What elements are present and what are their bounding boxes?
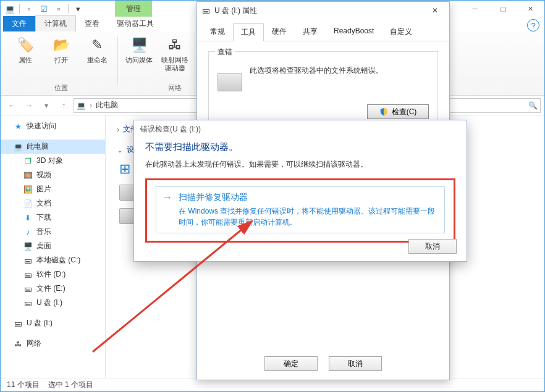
mapdrive-icon: 🖧 bbox=[165, 35, 185, 55]
group-label-network: 网络 bbox=[168, 82, 182, 95]
chevron-down-icon: ⌄ bbox=[117, 146, 123, 154]
drive-large-icon bbox=[218, 73, 242, 91]
error-check-heading: 不需要扫描此驱动器。 bbox=[145, 141, 455, 153]
cube-icon: ❒ bbox=[23, 157, 33, 165]
music-icon: ♪ bbox=[23, 228, 33, 236]
properties-footer: 确定 取消 bbox=[197, 356, 449, 371]
usb-icon: 🖴 bbox=[23, 299, 33, 307]
back-button[interactable]: ← bbox=[4, 98, 19, 113]
windows-drive-icon: ⊞ bbox=[119, 161, 130, 177]
properties-title-text: U 盘 (I:) 属性 bbox=[214, 6, 257, 16]
qat-overflow[interactable]: ▾ bbox=[71, 2, 85, 15]
pc-icon: 💻 bbox=[13, 143, 23, 151]
star-icon: ★ bbox=[13, 122, 23, 131]
scan-option[interactable]: → 扫描并修复驱动器 在 Windows 查找并修复任何错误时，将不能使用驱动器… bbox=[156, 186, 445, 233]
quick-access[interactable]: ★快速访问 bbox=[1, 119, 105, 133]
nav-desktop[interactable]: 🖥️桌面 bbox=[1, 239, 105, 253]
drive-icon: 🖴 bbox=[23, 285, 33, 293]
ptab-hardware[interactable]: 硬件 bbox=[264, 23, 295, 41]
forward-button[interactable]: → bbox=[22, 98, 36, 113]
nav-udisk2[interactable]: 🖴U 盘 (I:) bbox=[1, 316, 105, 330]
rename-button[interactable]: ✎重命名 bbox=[81, 35, 113, 64]
nav-downloads[interactable]: ⬇下载 bbox=[1, 211, 105, 225]
help-button[interactable]: ? bbox=[527, 19, 539, 31]
map-drive-button[interactable]: 🖧映射网络驱动器 bbox=[159, 35, 191, 72]
open-button[interactable]: 📂打开 bbox=[45, 35, 77, 64]
crumb-sep: › bbox=[90, 101, 92, 110]
breadcrumb[interactable]: 此电脑 bbox=[96, 100, 118, 111]
arrow-right-icon: → bbox=[163, 192, 172, 203]
search-icon: 🔍 bbox=[528, 101, 538, 110]
group-label-location: 位置 bbox=[54, 82, 68, 95]
pc-small-icon: 💻 bbox=[77, 101, 86, 110]
context-tab-label[interactable]: 管理 bbox=[115, 1, 152, 17]
this-pc[interactable]: 💻此电脑 bbox=[1, 140, 105, 154]
error-check-titlebar: 错误检查(U 盘 (I:)) bbox=[134, 120, 467, 138]
quick-access-toolbar: 💻 ▫ ☑ ▫ ▾ bbox=[3, 2, 85, 15]
qat-btn-2[interactable]: ☑ bbox=[37, 2, 51, 15]
desktop-icon: 🖥️ bbox=[23, 242, 33, 251]
error-check-dialog: 错误检查(U 盘 (I:)) 不需要扫描此驱动器。 在此驱动器上未发现任何错误。… bbox=[133, 120, 467, 262]
nav-drive-i[interactable]: 🖴U 盘 (I:) bbox=[1, 296, 105, 310]
nav-drive-e[interactable]: 🖴文件 (E:) bbox=[1, 281, 105, 296]
drive-small-icon: 🖴 bbox=[202, 6, 209, 15]
minimize-button[interactable]: ─ bbox=[461, 1, 489, 17]
shield-icon bbox=[379, 107, 388, 116]
media-icon: 🖥️ bbox=[129, 35, 149, 55]
usb-icon: 🖴 bbox=[13, 319, 23, 328]
properties-button[interactable]: 🏷️属性 bbox=[9, 35, 41, 64]
scan-option-title: 扫描并修复驱动器 bbox=[179, 192, 438, 203]
error-check-cancel-button[interactable]: 取消 bbox=[408, 239, 457, 254]
nav-3d[interactable]: ❒3D 对象 bbox=[1, 154, 105, 168]
up-button[interactable]: ↑ bbox=[56, 98, 71, 113]
doc-icon: 📄 bbox=[23, 199, 33, 208]
maximize-button[interactable]: ▢ bbox=[489, 1, 517, 17]
download-icon: ⬇ bbox=[23, 214, 33, 222]
check-description: 此选项将检查驱动器中的文件系统错误。 bbox=[250, 65, 429, 76]
access-media-button[interactable]: 🖥️访问媒体 bbox=[123, 35, 155, 64]
errorcheck-fieldset: 查错 此选项将检查驱动器中的文件系统错误。 检查(C) bbox=[208, 51, 438, 131]
properties-titlebar: 🖴 U 盘 (I:) 属性 ✕ bbox=[197, 2, 449, 19]
fieldset-legend: 查错 bbox=[215, 47, 235, 57]
tab-computer[interactable]: 计算机 bbox=[35, 15, 76, 31]
error-check-subtext: 在此驱动器上未发现任何错误。如果需要，可以继续扫描该驱动器。 bbox=[145, 159, 455, 170]
drive-icon: 🖴 bbox=[23, 270, 33, 279]
drive-icon: 🖴 bbox=[23, 256, 33, 265]
open-icon: 📂 bbox=[51, 35, 71, 55]
nav-documents[interactable]: 📄文档 bbox=[1, 196, 105, 211]
window-controls: ─ ▢ ✕ bbox=[461, 1, 544, 17]
props-ok-button[interactable]: 确定 bbox=[264, 356, 318, 371]
nav-music[interactable]: ♪音乐 bbox=[1, 225, 105, 239]
ptab-tools[interactable]: 工具 bbox=[233, 23, 264, 41]
qat-btn-1[interactable]: ▫ bbox=[22, 2, 36, 15]
picture-icon: 🖼️ bbox=[23, 185, 33, 194]
nav-pictures[interactable]: 🖼️图片 bbox=[1, 182, 105, 196]
nav-drive-c[interactable]: 🖴本地磁盘 (C:) bbox=[1, 253, 105, 267]
close-button[interactable]: ✕ bbox=[517, 1, 544, 17]
ptab-general[interactable]: 常规 bbox=[202, 23, 233, 41]
tab-file[interactable]: 文件 bbox=[3, 16, 35, 31]
ptab-custom[interactable]: 自定义 bbox=[382, 23, 420, 41]
recent-dropdown[interactable]: ▾ bbox=[39, 98, 54, 113]
ptab-readyboost[interactable]: ReadyBoost bbox=[326, 23, 382, 41]
network-icon: 🖧 bbox=[13, 340, 23, 348]
tab-drivetools[interactable]: 驱动器工具 bbox=[108, 16, 163, 31]
scan-option-desc: 在 Windows 查找并修复任何错误时，将不能使用驱动器。该过程可能需要一段时… bbox=[179, 206, 438, 228]
nav-drive-d[interactable]: 🖴软件 (D:) bbox=[1, 267, 105, 281]
properties-close-button[interactable]: ✕ bbox=[426, 6, 444, 15]
nav-videos[interactable]: 🎞️视频 bbox=[1, 168, 105, 182]
qat-btn-3[interactable]: ▫ bbox=[52, 2, 65, 15]
pc-icon: 💻 bbox=[3, 2, 17, 15]
ptab-sharing[interactable]: 共享 bbox=[295, 23, 326, 41]
scan-highlight-box: → 扫描并修复驱动器 在 Windows 查找并修复任何错误时，将不能使用驱动器… bbox=[145, 178, 455, 243]
tab-view[interactable]: 查看 bbox=[76, 16, 108, 31]
nav-network[interactable]: 🖧网络 bbox=[1, 336, 105, 351]
selection-count: 选中 1 个项目 bbox=[48, 380, 93, 390]
properties-tabs: 常规 工具 硬件 共享 ReadyBoost 自定义 bbox=[197, 19, 449, 41]
check-button[interactable]: 检查(C) bbox=[367, 104, 429, 119]
item-count: 11 个项目 bbox=[7, 380, 40, 390]
props-cancel-button[interactable]: 取消 bbox=[329, 356, 382, 371]
properties-icon: 🏷️ bbox=[15, 35, 35, 55]
chevron-right-icon: › bbox=[117, 125, 119, 134]
video-icon: 🎞️ bbox=[23, 171, 33, 180]
